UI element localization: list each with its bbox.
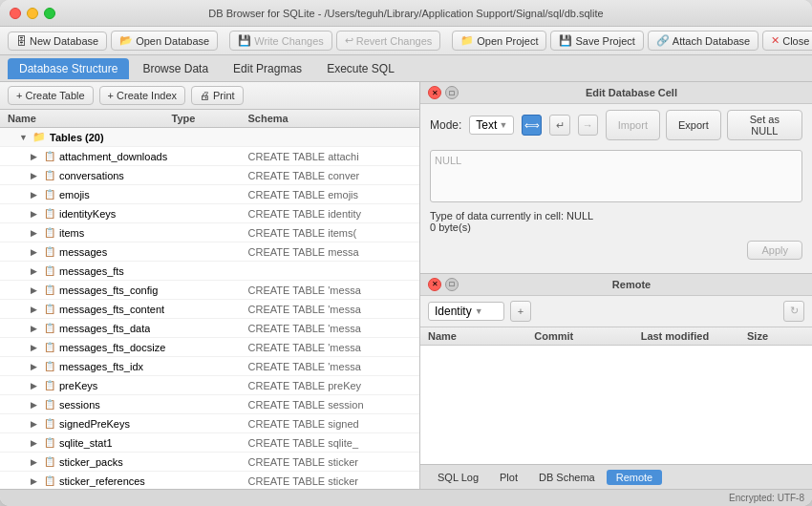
bottom-tab-remote[interactable]: Remote <box>607 470 663 485</box>
close-window-button[interactable] <box>10 8 21 19</box>
save-project-button[interactable]: 💾 Save Project <box>550 31 643 51</box>
main-content: + Create Table + Create Index 🖨 Print Na… <box>0 82 812 489</box>
table-row[interactable]: ▶ 📋 messages_fts_content CREATE TABLE 'm… <box>0 300 419 319</box>
mode-wrap-button[interactable]: ↵ <box>549 115 569 136</box>
remote-panel-controls: ✕ □ <box>428 278 459 291</box>
row-chevron-icon[interactable]: ▶ <box>31 190 42 200</box>
row-chevron-icon[interactable]: ▶ <box>31 266 42 276</box>
open-database-button[interactable]: 📂 Open Database <box>111 31 218 51</box>
table-icon: 📋 <box>44 304 55 314</box>
edit-cell-close-button[interactable]: ✕ <box>428 86 441 99</box>
table-row[interactable]: ▶ 📋 signedPreKeys CREATE TABLE signed <box>0 414 419 433</box>
row-chevron-icon[interactable]: ▶ <box>31 419 42 429</box>
table-row[interactable]: ▶ 📋 items CREATE TABLE items( <box>0 223 419 242</box>
row-chevron-icon[interactable]: ▶ <box>31 343 42 352</box>
row-chevron-icon[interactable]: ▶ <box>31 247 42 257</box>
set-null-button[interactable]: Set as NULL <box>727 110 802 140</box>
edit-cell-titlebar: ✕ □ Edit Database Cell <box>420 82 812 104</box>
table-icon: 📋 <box>44 189 55 200</box>
apply-button[interactable]: Apply <box>747 241 802 260</box>
table-icon: 📋 <box>44 418 55 429</box>
close-database-button[interactable]: ✕ Close Database <box>762 31 812 51</box>
remote-add-button[interactable]: + <box>510 301 531 322</box>
bottom-tab-sql-log[interactable]: SQL Log <box>428 470 488 485</box>
create-table-button[interactable]: + Create Table <box>8 86 94 105</box>
edit-cell-expand-button[interactable]: □ <box>445 86 459 99</box>
attach-database-button[interactable]: 🔗 Attach Database <box>648 31 759 51</box>
table-row[interactable]: ▶ 📋 conversations CREATE TABLE conver <box>0 166 419 185</box>
table-row[interactable]: ▶ 📋 sessions CREATE TABLE session <box>0 395 419 414</box>
tables-chevron-icon[interactable]: ▼ <box>19 133 31 142</box>
table-icon: 📋 <box>44 361 55 371</box>
row-chevron-icon[interactable]: ▶ <box>31 285 42 295</box>
row-chevron-icon[interactable]: ▶ <box>31 209 42 219</box>
table-row[interactable]: ▶ 📋 identityKeys CREATE TABLE identity <box>0 204 419 223</box>
table-body[interactable]: ▼ 📁 Tables (20) ▶ 📋 attachment_downloads <box>0 128 419 489</box>
row-chevron-icon[interactable]: ▶ <box>31 305 42 314</box>
row-chevron-icon[interactable]: ▶ <box>31 171 42 180</box>
create-index-label: Create Index <box>117 90 177 101</box>
remote-refresh-button[interactable]: ↻ <box>783 301 804 322</box>
bottom-tab-db-schema[interactable]: DB Schema <box>529 470 605 485</box>
tab-execute-sql[interactable]: Execute SQL <box>315 58 406 79</box>
mode-arrow-button[interactable]: → <box>578 115 598 136</box>
table-icon: 📋 <box>44 170 55 180</box>
col-name-header: Name <box>8 113 172 124</box>
maximize-window-button[interactable] <box>44 8 55 19</box>
mode-rtl-button[interactable]: ⟺ <box>522 115 542 136</box>
row-chevron-icon[interactable]: ▶ <box>31 152 42 161</box>
cell-text-area[interactable]: NULL <box>430 150 802 202</box>
table-row[interactable]: ▶ 📋 sqlite_stat1 CREATE TABLE sqlite_ <box>0 433 419 453</box>
tab-browse-data[interactable]: Browse Data <box>131 58 220 79</box>
create-index-button[interactable]: + Create Index <box>99 86 185 105</box>
tab-database-structure[interactable]: Database Structure <box>8 58 129 79</box>
table-row[interactable]: ▶ 📋 sticker_references CREATE TABLE stic… <box>0 472 419 489</box>
table-row[interactable]: ▶ 📋 sticker_packs CREATE TABLE sticker <box>0 453 419 472</box>
tables-folder-icon: 📁 <box>32 131 46 143</box>
attach-database-label: Attach Database <box>673 35 750 47</box>
table-icon: 📋 <box>44 342 55 352</box>
table-row[interactable]: ▶ 📋 attachment_downloads CREATE TABLE at… <box>0 147 419 166</box>
revert-changes-button[interactable]: ↩ Revert Changes <box>336 31 441 51</box>
traffic-lights <box>10 8 55 19</box>
table-row[interactable]: ▶ 📋 messages_fts_config CREATE TABLE 'me… <box>0 281 419 300</box>
tab-edit-pragmas[interactable]: Edit Pragmas <box>222 58 313 79</box>
table-row[interactable]: ▶ 📋 messages_fts_docsize CREATE TABLE 'm… <box>0 338 419 357</box>
table-row[interactable]: ▶ 📋 messages_fts_data CREATE TABLE 'mess… <box>0 319 419 338</box>
row-chevron-icon[interactable]: ▶ <box>31 381 42 390</box>
minimize-window-button[interactable] <box>27 8 38 19</box>
table-row[interactable]: ▶ 📋 emojis CREATE TABLE emojis <box>0 185 419 204</box>
row-chevron-icon[interactable]: ▶ <box>31 457 42 467</box>
remote-close-button[interactable]: ✕ <box>428 278 441 291</box>
remote-col-modified: Last modified <box>641 330 747 342</box>
close-database-label: Close Database <box>782 35 812 47</box>
import-button[interactable]: Import <box>606 110 660 140</box>
table-row[interactable]: ▶ 📋 messages CREATE TABLE messa <box>0 242 419 262</box>
row-chevron-icon[interactable]: ▶ <box>31 362 42 371</box>
bottom-tab-plot[interactable]: Plot <box>490 470 527 485</box>
new-database-label: New Database <box>30 35 98 47</box>
bottom-tab-bar: SQL Log Plot DB Schema Remote <box>420 464 812 489</box>
table-row[interactable]: ▶ 📋 messages_fts_idx CREATE TABLE 'messa <box>0 357 419 376</box>
mode-select[interactable]: Text ▼ <box>469 116 514 135</box>
new-database-button[interactable]: 🗄 New Database <box>8 32 107 51</box>
attach-database-icon: 🔗 <box>656 34 670 47</box>
row-chevron-icon[interactable]: ▶ <box>31 476 42 486</box>
row-chevron-icon[interactable]: ▶ <box>31 324 42 333</box>
print-button[interactable]: 🖨 Print <box>191 86 244 105</box>
remote-toolbar: Identity ▼ + ↻ <box>420 296 812 327</box>
print-label: Print <box>213 90 235 101</box>
remote-expand-button[interactable]: □ <box>445 278 459 291</box>
row-chevron-icon[interactable]: ▶ <box>31 438 42 448</box>
table-row[interactable]: ▶ 📋 preKeys CREATE TABLE preKey <box>0 376 419 395</box>
identity-select[interactable]: Identity ▼ <box>428 302 504 321</box>
write-changes-button[interactable]: 💾 Write Changes <box>229 31 332 51</box>
tables-section-row[interactable]: ▼ 📁 Tables (20) <box>0 128 419 147</box>
row-chevron-icon[interactable]: ▶ <box>31 228 42 238</box>
table-row[interactable]: ▶ 📋 messages_fts <box>0 262 419 281</box>
open-project-button[interactable]: 📁 Open Project <box>452 31 546 51</box>
table-icon: 📋 <box>44 323 55 333</box>
remote-panel-title: Remote <box>459 279 804 290</box>
row-chevron-icon[interactable]: ▶ <box>31 400 42 410</box>
export-button[interactable]: Export <box>666 110 721 140</box>
